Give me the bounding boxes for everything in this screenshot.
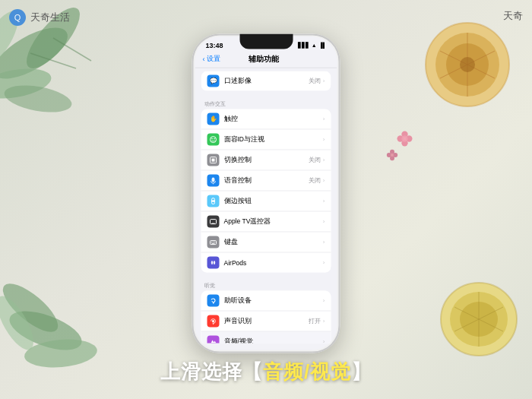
watermark-tr-text: 天奇 bbox=[503, 10, 523, 21]
airpods-chevron-icon: › bbox=[323, 259, 325, 266]
touch-icon: ✋ bbox=[207, 112, 220, 125]
sidebutton-label: 侧边按钮 bbox=[224, 196, 323, 205]
battery-icon: ▐▌ bbox=[319, 43, 327, 48]
sound-recognition-icon bbox=[207, 315, 220, 327]
section-label-motion: 动作交互 bbox=[195, 95, 337, 109]
hearing-device-label: 助听设备 bbox=[224, 296, 323, 305]
watermark-topright: 天奇 bbox=[503, 9, 523, 23]
bottom-text-highlight: 音频/视觉 bbox=[263, 360, 351, 383]
logo-letter: Q bbox=[14, 13, 21, 22]
back-chevron-icon: ‹ bbox=[203, 55, 205, 62]
status-time: 13:48 bbox=[206, 41, 223, 49]
keyboard-icon bbox=[207, 236, 220, 248]
svg-point-58 bbox=[211, 261, 213, 264]
svg-rect-52 bbox=[212, 223, 215, 223]
audio-visual-icon bbox=[207, 335, 220, 343]
describe-label: 口述影像 bbox=[224, 76, 309, 85]
phone-notch bbox=[239, 33, 293, 49]
svg-point-59 bbox=[214, 261, 215, 264]
logo-icon: Q bbox=[9, 9, 26, 26]
sidebutton-icon bbox=[207, 195, 220, 207]
hearing-device-icon bbox=[207, 294, 220, 306]
settings-row-sidebutton[interactable]: 侧边按钮 › bbox=[201, 191, 331, 211]
sidebutton-chevron-icon: › bbox=[323, 198, 325, 204]
settings-row-audio-visual[interactable]: 音频/视觉 › bbox=[201, 331, 331, 343]
svg-rect-56 bbox=[214, 242, 215, 242]
settings-row-voice[interactable]: 语音控制 关闭 › bbox=[201, 170, 331, 191]
status-icons: ▋▋▋ ▲ ▐▌ bbox=[298, 42, 327, 48]
settings-row-appletv[interactable]: Apple TV遥控器 › bbox=[201, 211, 331, 232]
settings-row-faceid[interactable]: 面容ID与注视 › bbox=[201, 129, 331, 150]
navigation-bar: ‹ 设置 辅助功能 bbox=[195, 50, 337, 68]
section-label-hearing: 听觉 bbox=[195, 277, 337, 290]
appletv-label: Apple TV遥控器 bbox=[224, 217, 323, 226]
settings-row-airpods[interactable]: AirPods › bbox=[201, 252, 331, 272]
appletv-icon bbox=[207, 215, 220, 227]
keyboard-label: 键盘 bbox=[224, 237, 323, 246]
switch-icon bbox=[207, 154, 220, 166]
svg-point-47 bbox=[212, 177, 215, 182]
settings-group-motion: ✋ 触控 › 面容ID与注视 › bbox=[201, 109, 331, 272]
hearing-device-chevron-icon: › bbox=[323, 297, 325, 304]
svg-point-60 bbox=[212, 320, 214, 322]
settings-row-touch[interactable]: ✋ 触控 › bbox=[201, 109, 331, 129]
switch-label: 切换控制 bbox=[224, 155, 309, 164]
describe-chevron-icon: › bbox=[323, 78, 325, 84]
sound-recognition-chevron-icon: › bbox=[323, 318, 325, 325]
svg-point-50 bbox=[212, 200, 214, 202]
svg-rect-57 bbox=[212, 243, 215, 244]
back-button[interactable]: ‹ 设置 bbox=[203, 54, 220, 64]
settings-group-1: 💬 口述影像 关闭 › bbox=[201, 71, 331, 90]
svg-point-44 bbox=[214, 138, 215, 139]
audio-visual-label: 音频/视觉 bbox=[224, 337, 323, 343]
wifi-icon: ▲ bbox=[312, 43, 317, 48]
signal-icon: ▋▋▋ bbox=[298, 42, 309, 48]
settings-row-switch[interactable]: 切换控制 关闭 › bbox=[201, 150, 331, 170]
faceid-chevron-icon: › bbox=[323, 136, 325, 143]
describe-value: 关闭 bbox=[309, 77, 321, 84]
settings-list: 💬 口述影像 关闭 › 动作交互 ✋ 触控 › bbox=[195, 68, 337, 343]
voice-value: 关闭 bbox=[309, 176, 321, 184]
settings-row-hearing-device[interactable]: 助听设备 › bbox=[201, 290, 331, 311]
sound-recognition-value: 打开 bbox=[309, 317, 321, 325]
settings-group-hearing: 助听设备 › 声音识别 打开 › bbox=[201, 290, 331, 343]
page-title: 辅助功能 bbox=[220, 53, 307, 64]
faceid-icon bbox=[207, 133, 220, 145]
switch-chevron-icon: › bbox=[323, 157, 325, 163]
airpods-label: AirPods bbox=[224, 258, 323, 266]
faceid-label: 面容ID与注视 bbox=[224, 135, 323, 144]
voice-label: 语音控制 bbox=[224, 176, 309, 185]
phone-screen: 13:48 ▋▋▋ ▲ ▐▌ ‹ 设置 辅助功能 💬 bbox=[195, 36, 337, 350]
airpods-icon bbox=[207, 256, 220, 268]
svg-rect-54 bbox=[211, 242, 212, 242]
audio-visual-chevron-icon: › bbox=[323, 338, 325, 344]
bottom-text-prefix: 上滑选择【 bbox=[160, 360, 263, 383]
switch-value: 关闭 bbox=[309, 156, 321, 163]
svg-rect-55 bbox=[213, 242, 214, 242]
svg-rect-46 bbox=[212, 158, 215, 161]
settings-row-sound-recognition[interactable]: 声音识别 打开 › bbox=[201, 311, 331, 331]
watermark-tl-text: 天奇生活 bbox=[30, 11, 70, 24]
settings-row-keyboard[interactable]: 键盘 › bbox=[201, 232, 331, 252]
voice-icon bbox=[207, 174, 220, 186]
phone-frame: 13:48 ▋▋▋ ▲ ▐▌ ‹ 设置 辅助功能 💬 bbox=[192, 33, 340, 353]
svg-point-43 bbox=[211, 138, 213, 139]
voice-chevron-icon: › bbox=[323, 177, 325, 184]
settings-row-describe[interactable]: 💬 口述影像 关闭 › bbox=[201, 71, 331, 90]
sound-recognition-label: 声音识别 bbox=[224, 316, 309, 325]
appletv-chevron-icon: › bbox=[323, 218, 325, 225]
svg-point-42 bbox=[211, 136, 217, 142]
watermark-topleft: Q 天奇生活 bbox=[9, 9, 70, 26]
touch-label: 触控 bbox=[224, 114, 323, 123]
back-label: 设置 bbox=[207, 54, 220, 64]
bottom-text-suffix: 】 bbox=[351, 360, 372, 383]
bottom-instruction: 上滑选择【音频/视觉】 bbox=[0, 359, 532, 385]
describe-icon: 💬 bbox=[207, 74, 220, 87]
touch-chevron-icon: › bbox=[323, 116, 325, 122]
keyboard-chevron-icon: › bbox=[323, 239, 325, 245]
